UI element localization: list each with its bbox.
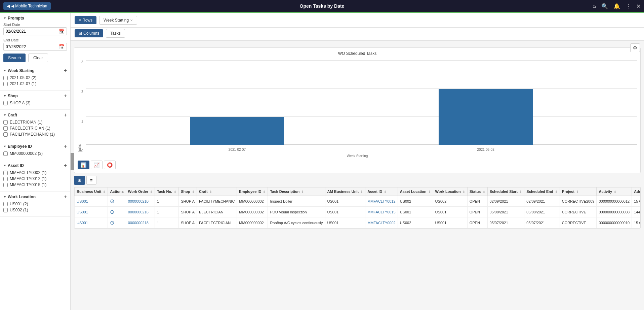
action-button[interactable]: ⊙	[110, 209, 114, 215]
shop-add-button[interactable]: +	[64, 93, 67, 99]
th-task-description[interactable]: Task Description ⇕	[268, 187, 325, 196]
week-starting-header[interactable]: Week Starting +	[3, 68, 67, 73]
shop-header[interactable]: Shop +	[3, 93, 67, 99]
table-cell-work_order[interactable]: 0000000218	[126, 217, 155, 228]
start-date-input[interactable]	[6, 29, 59, 34]
work-location-checkbox-0[interactable]	[3, 202, 8, 206]
prompts-header[interactable]: Prompts	[3, 16, 67, 21]
th-asset-location[interactable]: Asset Location ⇕	[398, 187, 433, 196]
action-button[interactable]: ⊙	[110, 219, 114, 226]
work_order-link[interactable]: 0000000210	[128, 199, 149, 203]
th-scheduled-start[interactable]: Scheduled Start ⇕	[487, 187, 524, 196]
th-scheduled-end[interactable]: Scheduled End ⇕	[524, 187, 560, 196]
work_order-link[interactable]: 0000000218	[128, 221, 149, 225]
home-icon[interactable]: ⌂	[593, 3, 596, 9]
th-craft[interactable]: Craft ⇕	[197, 187, 237, 196]
th-am-business-unit[interactable]: AM Business Unit ⇕	[325, 187, 365, 196]
craft-header[interactable]: Craft +	[3, 112, 67, 118]
th-work-order[interactable]: Work Order ⇕	[126, 187, 155, 196]
work-location-checkbox-1[interactable]	[3, 208, 8, 212]
business_unit-link[interactable]: US001	[77, 221, 88, 225]
work-location-header[interactable]: Work Location +	[3, 194, 67, 200]
table-cell-asset_id[interactable]: MMFACLTY0002	[365, 217, 398, 228]
week-starting-checkbox-1[interactable]	[3, 82, 8, 86]
th-actions[interactable]: Actions	[108, 187, 126, 196]
asset-id-add-button[interactable]: +	[64, 163, 67, 168]
week-starting-checkbox-0[interactable]	[3, 76, 8, 80]
asset-id-checkbox-0[interactable]	[3, 171, 8, 175]
grid-view-button[interactable]: ⊞	[74, 176, 85, 185]
sort-icon-business-unit: ⇕	[103, 190, 106, 194]
craft-checkbox-2[interactable]	[3, 132, 8, 137]
craft-checkbox-0[interactable]	[3, 120, 8, 125]
craft-checkbox-1[interactable]	[3, 126, 8, 131]
more-icon[interactable]: ⋮	[626, 3, 631, 9]
asset_id-link[interactable]: MMFACLTY0015	[367, 210, 396, 214]
table-cell-actions[interactable]: ⊙	[108, 207, 126, 217]
action-button[interactable]: ⊙	[110, 198, 114, 204]
settings-button[interactable]: ⚙	[630, 43, 640, 52]
tasks-filter-button[interactable]: Tasks	[106, 29, 125, 38]
start-date-calendar-icon[interactable]: 📅	[59, 29, 65, 34]
content-toolbar-row2: ⊟ Columns Tasks	[71, 28, 644, 41]
clear-button[interactable]: Clear	[28, 54, 48, 62]
search-clear-row: Search Clear	[3, 54, 67, 62]
view-toggle: ⊞ ≡	[74, 176, 641, 185]
table-cell-business_unit[interactable]: US001	[75, 207, 108, 217]
table-cell-craft: FACILITYMECHANIC	[197, 196, 237, 207]
th-business-unit[interactable]: Business Unit ⇕	[75, 187, 108, 196]
th-work-location[interactable]: Work Location ⇕	[433, 187, 467, 196]
chart-bar-type-button[interactable]: 📊	[78, 161, 89, 169]
business_unit-link[interactable]: US001	[77, 210, 88, 214]
th-address1[interactable]: Address 1 ⇕	[632, 187, 641, 196]
week-starting-title: Week Starting	[3, 68, 35, 73]
end-date-calendar-icon[interactable]: 📅	[59, 44, 65, 49]
asset_id-link[interactable]: MMFACLTY0012	[367, 199, 396, 203]
end-date-input[interactable]	[6, 44, 59, 49]
asset-id-checkbox-2[interactable]	[3, 183, 8, 187]
week-starting-filter-close-icon[interactable]: ✕	[130, 19, 133, 22]
back-button[interactable]: ◀ ◀ Mobile Technician	[3, 2, 51, 10]
employee-id-checkbox-0[interactable]	[3, 151, 8, 156]
business_unit-link[interactable]: US001	[77, 199, 88, 203]
employee-id-add-button[interactable]: +	[64, 144, 67, 149]
craft-add-button[interactable]: +	[64, 112, 67, 118]
chart-line-type-button[interactable]: 📈	[91, 161, 103, 169]
table-cell-work_location: US002	[433, 196, 467, 207]
notification-icon[interactable]: 🔔	[613, 3, 620, 9]
table-cell-work_order[interactable]: 0000000210	[126, 196, 155, 207]
close-icon[interactable]: ✕	[636, 3, 641, 9]
columns-button[interactable]: ⊟ Columns	[75, 29, 103, 37]
th-shop[interactable]: Shop ⇕	[179, 187, 197, 196]
th-asset-id[interactable]: Asset ID ⇕	[365, 187, 398, 196]
week-starting-filter-button[interactable]: Week Starting ✕	[99, 16, 137, 25]
table-cell-asset_id[interactable]: MMFACLTY0012	[365, 196, 398, 207]
table-cell-work_order[interactable]: 0000000216	[126, 207, 155, 217]
table-cell-business_unit[interactable]: US001	[75, 217, 108, 228]
work-location-add-button[interactable]: +	[64, 194, 67, 200]
sort-icon-shop: ⇕	[192, 190, 195, 194]
asset-id-header[interactable]: Asset ID +	[3, 163, 67, 168]
table-cell-asset_id[interactable]: MMFACLTY0015	[365, 207, 398, 217]
list-view-button[interactable]: ≡	[86, 176, 96, 185]
rows-button[interactable]: ≡ Rows	[75, 16, 96, 24]
table-cell-activity: 000000000000008	[597, 207, 632, 217]
table-cell-actions[interactable]: ⊙	[108, 196, 126, 207]
th-employee-id[interactable]: Employee ID ⇕	[237, 187, 268, 196]
search-button[interactable]: Search	[3, 54, 26, 62]
th-status[interactable]: Status ⇕	[467, 187, 487, 196]
shop-checkbox-0[interactable]	[3, 101, 8, 105]
search-icon[interactable]: 🔍	[601, 3, 608, 9]
week-starting-add-button[interactable]: +	[64, 68, 67, 73]
table-cell-business_unit[interactable]: US001	[75, 196, 108, 207]
employee-id-header[interactable]: Employee ID +	[3, 144, 67, 149]
table-cell-work_location: US001	[433, 217, 467, 228]
th-activity[interactable]: Activity ⇕	[597, 187, 632, 196]
asset-id-checkbox-1[interactable]	[3, 177, 8, 181]
th-task-no[interactable]: Task No. ⇕	[155, 187, 179, 196]
asset_id-link[interactable]: MMFACLTY0002	[367, 221, 396, 225]
chart-pie-type-button[interactable]: ⭕	[104, 161, 116, 169]
table-cell-actions[interactable]: ⊙	[108, 217, 126, 228]
th-project[interactable]: Project ⇕	[560, 187, 597, 196]
work_order-link[interactable]: 0000000216	[128, 210, 149, 214]
